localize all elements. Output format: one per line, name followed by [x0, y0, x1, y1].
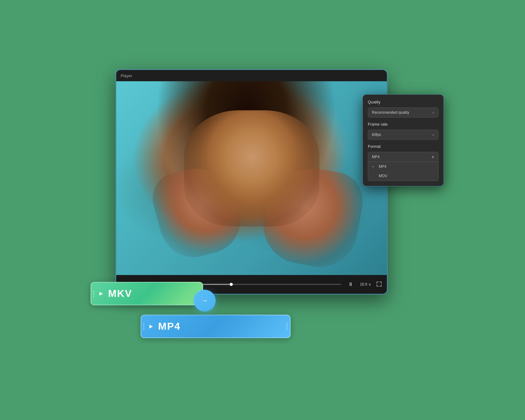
mkv-label: MKV — [108, 288, 132, 299]
frame-rate-chevron-icon: ∨ — [432, 133, 434, 137]
convert-button[interactable]: → — [194, 290, 216, 312]
format-option-mp4-check: ✓ — [372, 165, 376, 169]
format-label: Format — [368, 144, 438, 149]
aspect-ratio-chevron: ∨ — [368, 282, 371, 287]
format-option-mp4-label: MP4 — [379, 164, 387, 169]
convert-arrow-icon: → — [201, 297, 208, 305]
play-pause-button[interactable]: ⏸ — [346, 280, 355, 289]
mkv-badge: MKV — [91, 282, 203, 305]
quality-panel: Quality Recommended quality ∨ Frame rate… — [362, 94, 444, 186]
player-window: Player ⏸ 16:9 ∨ — [116, 69, 388, 294]
quality-dropdown[interactable]: Recommended quality ∨ — [368, 108, 438, 118]
mp4-play-icon — [148, 323, 154, 330]
player-titlebar: Player — [116, 70, 387, 81]
mp4-handle-right — [286, 323, 288, 330]
format-options-list: ✓ MP4 MOV — [368, 162, 438, 181]
mp4-handle-left — [143, 323, 144, 330]
timeline-thumb — [230, 283, 233, 286]
format-section: Format MP4 ∧ ✓ MP4 MOV — [368, 144, 438, 181]
format-dropdown[interactable]: MP4 ∧ — [368, 152, 438, 162]
video-frame — [116, 81, 387, 275]
quality-label: Quality — [368, 100, 438, 104]
aspect-ratio-button[interactable]: 16:9 ∨ — [360, 282, 371, 287]
player-video-area — [116, 81, 387, 275]
frame-rate-label: Frame rate — [368, 122, 438, 127]
quality-selected-value: Recommended quality — [372, 110, 409, 115]
fullscreen-button[interactable] — [376, 281, 382, 288]
frame-rate-section: Frame rate 60fps ∨ — [368, 122, 438, 140]
player-title: Player — [121, 73, 132, 78]
scene-container: Player ⏸ 16:9 ∨ Qu — [91, 69, 434, 351]
mkv-handle-left — [93, 291, 94, 297]
hand-left — [147, 159, 248, 265]
mkv-play-icon — [98, 290, 104, 297]
format-option-mov-label: MOV — [379, 174, 387, 178]
quality-chevron-icon: ∨ — [432, 111, 434, 114]
hand-right — [258, 161, 368, 273]
frame-rate-dropdown[interactable]: 60fps ∨ — [368, 130, 438, 140]
format-option-mov[interactable]: MOV — [368, 171, 438, 181]
mp4-badge: MP4 — [141, 315, 291, 338]
format-selected-value: MP4 — [372, 155, 380, 159]
format-option-mp4[interactable]: ✓ MP4 — [368, 162, 438, 171]
mp4-label: MP4 — [158, 321, 181, 332]
aspect-ratio-value: 16:9 — [360, 282, 367, 287]
format-chevron-icon: ∧ — [432, 155, 434, 159]
frame-rate-value: 60fps — [372, 132, 381, 137]
